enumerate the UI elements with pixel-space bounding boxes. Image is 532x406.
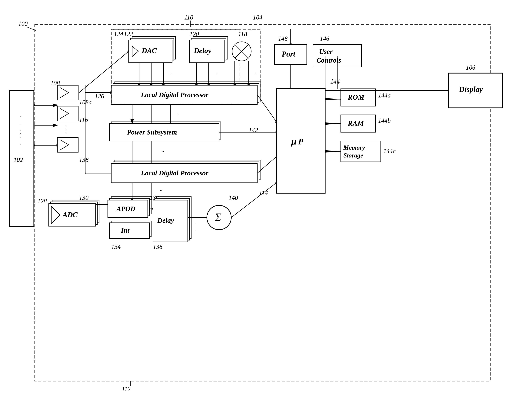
arrow-mup-mem [325,150,340,153]
conn-dac-dots: ••• [169,73,172,75]
sigma-dots3: • [195,230,196,232]
ref-112: 112 [122,386,131,393]
ref-110: 110 [184,14,193,21]
delay-bot-label: Delay [157,217,174,224]
memory-label1: Memory [343,144,365,151]
ref-136: 136 [153,243,162,250]
ref-124: 124 [114,31,123,38]
int-label: Int [121,226,130,234]
ldp-top-label: Local Digital Processor [141,91,209,99]
sigma-label: Σ [215,211,222,224]
ref-130: 130 [79,194,89,201]
buffer1-box [57,85,78,100]
buffer3-box [57,138,78,152]
ref-148: 148 [278,35,287,42]
diagram-container: 100 102 · · · 104 110 DAC 122 124 Delay … [0,0,532,406]
system-boundary [35,24,490,381]
ref-144a: 144a [378,92,391,99]
svg-line-0 [27,27,36,30]
dot3-102: · [20,141,21,147]
ref-102-label: 102 [14,156,23,163]
ram-label: RAM [348,119,364,127]
rom-label: ROM [348,93,364,101]
ref-116: 116 [79,116,88,123]
ref-138: 138 [79,156,89,163]
sigma-dots2: • [195,226,196,228]
conn-mixer-dots: ••• [255,73,257,75]
display-label: Display [459,85,483,94]
user-controls-label1: User [319,48,333,56]
ref-140: 140 [229,194,238,201]
dots-buf2: • [66,128,67,131]
conn-sigma-mup [231,183,276,218]
conn-ldptop-mup [257,95,276,122]
ref-104: 104 [253,14,262,21]
arrow-mup-rom [325,98,340,100]
ref-108: 108 [50,80,60,87]
ref-100: 100 [18,20,28,27]
ref-144c: 144c [383,148,396,154]
delay-top-label: Delay [194,47,211,55]
arrow-mup-ram [325,122,340,125]
dot2-102: · [20,135,21,140]
conn-delay-dots: ••• [216,73,218,75]
dots-buf1: • [66,125,67,128]
ref-120: 120 [189,31,199,38]
ref-106: 106 [466,64,475,71]
mup-label2: P [298,137,303,146]
adc-label: ADC [62,211,78,219]
apod-label: APOD [116,205,135,213]
ref-128: 128 [37,198,47,205]
mup-label: μ [291,136,297,146]
dots-102: · [20,113,21,120]
ref-118: 118 [238,31,247,38]
ref-146: 146 [320,35,329,42]
conn-ldpbot-dots: ••• [160,189,162,192]
port-label: Port [281,50,295,58]
memory-label2: Storage [343,152,363,159]
ref-126: 126 [95,93,104,100]
int-box-front [110,223,149,239]
ref-144: 144 [330,78,340,85]
power-sub-label: Power Subsystem [127,128,177,136]
ref-134: 134 [111,243,121,250]
dots-buf3: • [66,132,67,135]
ref-144b: 144b [378,117,391,124]
buffer2-box [57,106,78,121]
conn-dots2: ••• [162,150,164,153]
conn-dots1: ••• [177,113,180,115]
ref-122: 122 [124,31,133,38]
dac-label: DAC [141,47,157,55]
dot1-102: · [20,128,21,133]
ref-142: 142 [249,127,258,134]
sigma-dots: • [195,223,196,225]
dots-102b: · [20,122,21,128]
ldp-bot-label: Local Digital Processor [141,169,209,177]
